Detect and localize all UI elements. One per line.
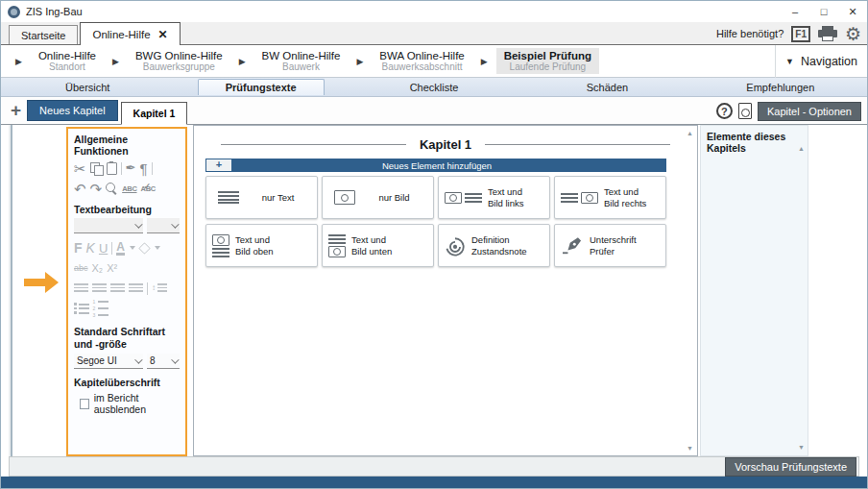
camera-icon bbox=[212, 234, 229, 246]
f1-help-icon[interactable]: F1 bbox=[791, 26, 810, 42]
add-element-plus-button[interactable]: + bbox=[206, 159, 231, 171]
minimize-button[interactable]: – bbox=[781, 1, 809, 22]
element-button-definition-zustandsnote[interactable]: Definition Zustandsnote bbox=[438, 224, 550, 267]
chevron-down-icon bbox=[134, 355, 142, 363]
line-spacing-arrows: ↕ bbox=[152, 284, 156, 292]
breadcrumb-item-bauwerk[interactable]: BW Online-Hilfe Bauwerk bbox=[254, 48, 349, 74]
help-circle-icon[interactable]: ? bbox=[716, 103, 733, 119]
breadcrumb-item-bauwerksabschnitt[interactable]: BWA Online-Hilfe Bauwerksabschnitt bbox=[372, 48, 471, 74]
tab-uebersicht[interactable]: Übersicht bbox=[1, 78, 174, 96]
section-tab-label: Prüfungstexte bbox=[198, 79, 325, 95]
scroll-up-icon[interactable]: ▲ bbox=[687, 130, 693, 136]
help-prompt-label: Hilfe benötigt? bbox=[716, 28, 784, 39]
element-button-text-bild-rechts[interactable]: Text und Bild rechts bbox=[554, 176, 666, 219]
search-icon[interactable] bbox=[106, 183, 118, 195]
preview-pruefungstexte-button[interactable]: Vorschau Prüfungstexte bbox=[725, 457, 856, 477]
subscript-icon[interactable]: X₂ bbox=[92, 262, 104, 274]
element-button-text-bild-links[interactable]: Text und Bild links bbox=[438, 176, 550, 219]
tab-empfehlungen[interactable]: Empfehlungen bbox=[694, 78, 867, 96]
element-button-text-bild-unten[interactable]: Text und Bild unten bbox=[322, 224, 434, 267]
align-left-icon[interactable] bbox=[74, 283, 88, 294]
strikethrough-icon[interactable]: abc bbox=[74, 263, 88, 273]
align-right-icon[interactable] bbox=[110, 283, 125, 294]
tab-checkliste[interactable]: Checkliste bbox=[348, 78, 520, 96]
footer-strip: Vorschau Prüfungstexte bbox=[9, 456, 859, 477]
close-button[interactable]: ✕ bbox=[838, 1, 867, 22]
paste-icon[interactable] bbox=[107, 162, 117, 175]
plus-icon[interactable]: + bbox=[11, 101, 21, 120]
font-color-icon[interactable]: A bbox=[116, 241, 125, 256]
line-spacing-icon[interactable]: ↕ bbox=[152, 283, 167, 294]
redo-icon[interactable]: ↷ bbox=[90, 182, 103, 196]
add-element-bar: + Neues Element hinzufügen bbox=[205, 159, 666, 172]
cut-icon[interactable]: ✂ bbox=[74, 161, 86, 176]
highlight-color-icon[interactable] bbox=[138, 242, 150, 254]
line-spacing-bars bbox=[157, 283, 167, 294]
underline-icon[interactable]: U bbox=[99, 241, 108, 256]
scroll-down-icon[interactable]: ▼ bbox=[798, 444, 805, 451]
hide-in-report-checkbox[interactable] bbox=[80, 399, 89, 409]
bullet-list-icon[interactable] bbox=[74, 303, 89, 314]
heading-rule bbox=[485, 144, 670, 145]
align-center-icon[interactable] bbox=[92, 283, 107, 294]
numbered-list-icon[interactable]: 1 2 3 bbox=[93, 300, 108, 318]
element-button-nur-bild[interactable]: nur Bild bbox=[322, 176, 434, 219]
element-button-nur-text[interactable]: nur Text bbox=[205, 176, 318, 219]
breadcrumb-item-bauwerksgruppe[interactable]: BWG Online-Hilfe Bauwerksgruppe bbox=[128, 48, 230, 74]
font-name-dropdown[interactable]: Segoe UI bbox=[74, 354, 143, 369]
justify-icon[interactable] bbox=[129, 283, 143, 294]
text-lines-icon bbox=[328, 234, 346, 244]
chevron-down-icon[interactable] bbox=[130, 246, 135, 250]
breadcrumb-item-laufende-pruefung[interactable]: Beispiel Prüfung Laufende Prüfung bbox=[496, 48, 599, 74]
navigation-dropdown[interactable]: ▼ Navigation bbox=[775, 45, 867, 78]
pilcrow-icon[interactable]: ¶ bbox=[139, 161, 147, 176]
chevron-down-icon[interactable] bbox=[155, 246, 160, 250]
chapter-options-button[interactable]: Kapitel - Optionen bbox=[758, 102, 861, 121]
tab-online-hilfe[interactable]: Online-Hilfe ✕ bbox=[80, 22, 180, 45]
section-tab-label: Schäden bbox=[550, 80, 664, 95]
chevron-down-icon bbox=[171, 355, 179, 363]
chevron-down-icon: ▼ bbox=[785, 57, 794, 66]
text-lines-icon bbox=[561, 193, 578, 203]
scroll-down-icon[interactable]: ▼ bbox=[687, 445, 693, 452]
divider bbox=[111, 242, 112, 255]
crumb-title: BWG Online-Hilfe bbox=[135, 50, 223, 61]
tab-schaeden[interactable]: Schäden bbox=[520, 78, 693, 96]
format-painter-icon[interactable]: ✒ bbox=[126, 161, 136, 175]
script-row: abc X₂ X² bbox=[74, 259, 180, 277]
general-functions-heading: Allgemeine Funktionen bbox=[74, 134, 180, 157]
element-type-grid: nur Text nur Bild Text und Bild links bbox=[205, 176, 666, 267]
formatting-sidebar: Allgemeine Funktionen ✂ ✒ ¶ ↶ ↷ ABC ABC … bbox=[66, 127, 187, 456]
copy-icon[interactable] bbox=[90, 162, 103, 175]
text-lines-icon bbox=[465, 193, 482, 203]
divider bbox=[121, 162, 122, 175]
text-size-dropdown[interactable] bbox=[147, 218, 180, 233]
panel-splitter[interactable] bbox=[9, 125, 12, 458]
element-button-unterschrift-pruefer[interactable]: Unterschrift Prüfer bbox=[554, 224, 666, 267]
chapter-toolbar: + Neues Kapitel Kapitel 1 ? Kapitel - Op… bbox=[1, 97, 867, 125]
gear-icon[interactable]: ⚙ bbox=[845, 25, 861, 43]
italic-icon[interactable]: K bbox=[86, 240, 95, 256]
spellcheck-verify-icon[interactable]: ABC bbox=[141, 184, 156, 193]
history-document-icon[interactable] bbox=[738, 103, 752, 119]
bold-icon[interactable]: F bbox=[74, 240, 83, 256]
font-section-heading: Standard Schriftart und -größe bbox=[74, 326, 180, 351]
element-button-text-bild-oben[interactable]: Text und Bild oben bbox=[205, 224, 318, 267]
breadcrumb-item-standort[interactable]: Online-Hilfe Standort bbox=[31, 48, 104, 74]
close-tab-icon[interactable]: ✕ bbox=[158, 28, 168, 41]
pen-icon bbox=[561, 236, 584, 256]
maximize-button[interactable]: □ bbox=[809, 1, 838, 22]
undo-icon[interactable]: ↶ bbox=[74, 182, 86, 196]
chapter-tab-kapitel-1[interactable]: Kapitel 1 bbox=[121, 102, 188, 125]
text-style-dropdown[interactable] bbox=[74, 218, 143, 233]
tab-startseite[interactable]: Startseite bbox=[9, 25, 78, 44]
tab-pruefungstexte[interactable]: Prüfungstexte bbox=[174, 78, 347, 96]
element-label: Text und Bild rechts bbox=[604, 186, 656, 209]
spellcheck-icon[interactable]: ABC bbox=[122, 184, 136, 193]
print-icon[interactable] bbox=[818, 26, 837, 41]
scroll-up-icon[interactable]: ▲ bbox=[798, 145, 805, 152]
crumb-title: Beispiel Prüfung bbox=[504, 50, 591, 61]
font-size-dropdown[interactable]: 8 bbox=[147, 354, 180, 369]
superscript-icon[interactable]: X² bbox=[107, 262, 117, 274]
new-chapter-button[interactable]: Neues Kapitel bbox=[27, 100, 118, 121]
